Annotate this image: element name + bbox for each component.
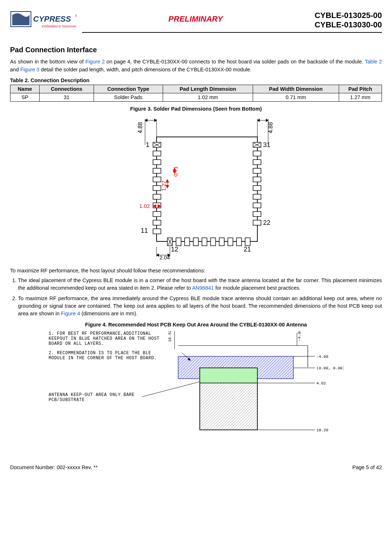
label-pad-22: 22	[263, 219, 270, 226]
svg-marker-46	[154, 119, 157, 122]
dim-4-88-right: 4.88	[267, 122, 274, 133]
figure-4: 1. FOR BEST RF PERFORMANCE,ADDITIONAL KE…	[10, 331, 382, 439]
logo: CYPRESS ® Embedded in Tomorrow™	[10, 11, 77, 31]
dim-length: 1.02	[139, 203, 150, 209]
svg-rect-22	[253, 194, 261, 199]
svg-rect-35	[245, 238, 250, 246]
svg-text:Embedded in Tomorrow™: Embedded in Tomorrow™	[42, 25, 77, 28]
svg-marker-45	[145, 119, 147, 122]
fig4-note-2: 2. RECOMMENDATION IS TO PLACE THE BLE MO…	[49, 351, 160, 361]
figure-4-caption: Figure 4. Recommended Host PCB Keep Out …	[10, 322, 382, 328]
page-footer: Document Number: 002-xxxxx Rev. ** Page …	[10, 464, 382, 470]
intro-paragraph: As shown in the bottom view of Figure 2 …	[10, 58, 382, 74]
header-divider	[82, 32, 382, 33]
svg-rect-21	[253, 186, 261, 191]
dim-19-20: 19.20	[316, 428, 328, 432]
svg-rect-8	[153, 168, 161, 173]
th-length: Pad Length Dimension	[163, 85, 253, 93]
part-number-1: CYBLE-013025-00	[315, 11, 382, 20]
svg-rect-73	[200, 383, 257, 430]
dim-width: 0.71	[172, 166, 179, 177]
section-heading: Pad Connection Interface	[10, 46, 382, 54]
dim-minus4-vert: -4.00	[297, 331, 302, 341]
keepout-diagram: 1. FOR BEST RF PERFORMANCE,ADDITIONAL KE…	[49, 331, 344, 439]
cypress-logo-icon: CYPRESS ® Embedded in Tomorrow™	[10, 11, 77, 31]
svg-rect-24	[253, 212, 261, 217]
label-pad-11: 11	[140, 227, 148, 234]
svg-rect-31	[211, 238, 216, 246]
th-pitch: Pad Pitch	[339, 85, 382, 93]
link-table-2[interactable]: Table 2	[365, 59, 382, 64]
svg-rect-9	[153, 177, 161, 182]
link-figure-4[interactable]: Figure 4	[61, 311, 80, 316]
dim-4-62: 4.62	[316, 381, 326, 386]
svg-rect-11	[153, 194, 161, 199]
svg-marker-64	[157, 254, 159, 257]
table-row: SP 31 Solder Pads 1.02 mm 0.71 mm 1.27 m…	[10, 93, 382, 101]
table-2-caption: Table 2. Connection Description	[10, 77, 382, 83]
th-connections: Connections	[40, 85, 94, 93]
list-item: The ideal placement of the Cypress BLE m…	[18, 277, 382, 292]
label-pad-1: 1	[145, 141, 149, 148]
svg-rect-33	[228, 238, 233, 246]
recommendation-intro: To maximize RF performance, the host lay…	[10, 267, 382, 275]
dim-18-52: 18.52	[168, 331, 172, 342]
connection-table: Name Connections Connection Type Pad Len…	[10, 85, 382, 102]
dim-4-88-left: 4.88	[137, 122, 143, 133]
svg-rect-10	[153, 186, 161, 191]
figure-3-caption: Figure 3. Solder Pad Dimensions (Seen fr…	[10, 106, 382, 112]
label-pad-31: 31	[263, 141, 270, 148]
part-numbers: CYBLE-013025-00 CYBLE-013030-00	[315, 11, 382, 30]
part-number-2: CYBLE-013030-00	[315, 20, 382, 30]
svg-rect-13	[153, 212, 161, 217]
svg-rect-7	[153, 160, 161, 165]
label-pad-12: 12	[171, 246, 178, 253]
svg-rect-14	[153, 220, 161, 225]
svg-rect-32	[219, 238, 224, 246]
svg-rect-27	[176, 238, 181, 246]
svg-rect-25	[253, 220, 261, 225]
th-name: Name	[10, 85, 40, 93]
th-type: Connection Type	[94, 85, 163, 93]
svg-rect-15	[153, 229, 161, 234]
svg-rect-20	[253, 177, 261, 182]
svg-text:®: ®	[75, 14, 77, 18]
figure-3: 4.88 4.88 1.27 0.71 1.02	[10, 115, 382, 259]
link-figure-2[interactable]: Figure 2	[85, 59, 105, 64]
solder-pad-diagram: 4.88 4.88 1.27 0.71 1.02	[117, 115, 275, 259]
fig4-note-3: ANTENNA KEEP-OUT AREA ONLY BARE PCB/SUBS…	[49, 392, 146, 402]
page-number: Page 5 of 42	[352, 464, 382, 470]
svg-rect-72	[200, 368, 257, 383]
svg-rect-6	[153, 151, 161, 156]
svg-text:CYPRESS: CYPRESS	[33, 14, 71, 23]
svg-marker-51	[266, 119, 268, 122]
svg-rect-23	[253, 203, 261, 208]
doc-number: Document Number: 002-xxxxx Rev. **	[10, 464, 98, 470]
svg-rect-18	[253, 160, 261, 165]
link-figure-3[interactable]: Figure 3	[20, 67, 39, 72]
svg-rect-17	[253, 151, 261, 156]
svg-rect-30	[202, 238, 207, 246]
svg-rect-28	[185, 238, 190, 246]
dim-2-04: 2.04	[159, 254, 170, 259]
svg-rect-19	[253, 168, 261, 173]
list-item: To maximize RF performance, the area imm…	[18, 295, 382, 317]
fig4-note-1: 1. FOR BEST RF PERFORMANCE,ADDITIONAL KE…	[49, 331, 160, 346]
link-an96841[interactable]: AN96841	[192, 285, 214, 291]
svg-rect-34	[236, 238, 242, 246]
page-header: CYPRESS ® Embedded in Tomorrow™ PRELIMIN…	[10, 11, 382, 31]
th-width: Pad Width Dimension	[253, 85, 339, 93]
svg-marker-50	[257, 119, 260, 122]
preliminary-label: PRELIMINARY	[168, 14, 223, 24]
dim-pitch: 1.27	[161, 181, 167, 191]
recommendation-list: The ideal placement of the Cypress BLE m…	[10, 277, 382, 317]
svg-rect-4	[157, 137, 257, 241]
dim-minus4-horiz: -4.00	[316, 355, 328, 359]
origin-label: (0.00, 0.00)	[316, 366, 344, 370]
svg-rect-29	[193, 238, 198, 246]
label-pad-21: 21	[244, 246, 251, 253]
